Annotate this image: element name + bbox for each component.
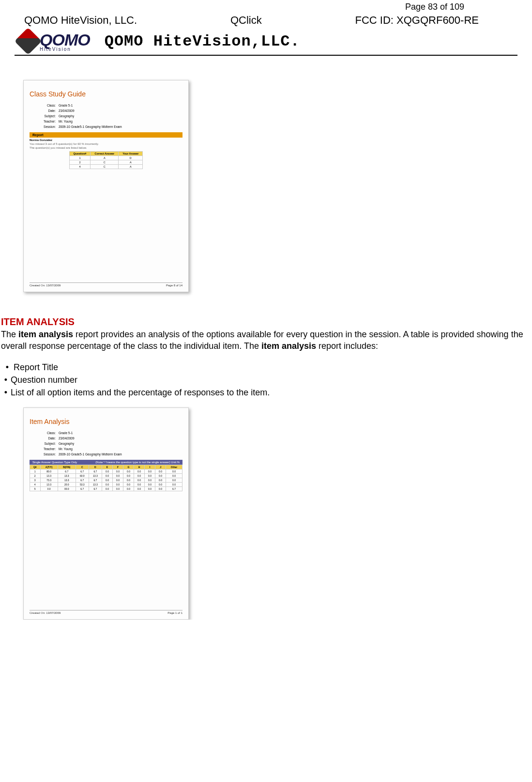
f-val: Mr. Young — [59, 120, 73, 123]
table-cell: 0.0 — [134, 487, 145, 491]
f-val: Grade 5-1 — [59, 431, 73, 435]
table-header: H — [134, 465, 145, 469]
table-cell: C — [91, 165, 119, 169]
f-lbl: Session: — [35, 124, 56, 129]
shot1-footer-left: Created On: 13/07/2009 — [30, 284, 61, 287]
class-study-guide-screenshot: Class Study Guide Class:Grade 5-1 Date:2… — [23, 80, 189, 292]
shot2-footer-left: Created On: 13/07/2009 — [30, 611, 61, 614]
table-cell: 0.0 — [145, 478, 155, 483]
bullet-item: Question number — [11, 374, 77, 386]
table-header: C — [76, 465, 89, 469]
table-cell: 73.3 — [40, 478, 58, 483]
table-cell: 0.0 — [40, 487, 58, 491]
txt-bold: item analysis — [261, 341, 316, 351]
shot2-table: Q#A(T/Y)B(F/N)CDEFGHIJOther 180.06.76.76… — [30, 465, 182, 491]
table-row: 50.000.06.76.70.00.00.00.00.00.06.7 — [30, 487, 182, 491]
table-row: 1AD — [69, 156, 143, 160]
bar-right: (Note:"-"means the question type is not … — [95, 461, 180, 464]
table-cell: 0.0 — [123, 483, 134, 487]
table-header: Q# — [30, 465, 41, 469]
table-cell: D — [119, 156, 143, 160]
table-cell: 0.0 — [166, 474, 182, 478]
table-cell: 0.0 — [123, 474, 134, 478]
table-row: 4CA — [69, 165, 143, 169]
f-lbl: Subject: — [35, 441, 56, 446]
bullet-item: Report Title — [14, 361, 58, 374]
table-cell: 0.0 — [123, 469, 134, 474]
f-val: Geography — [59, 114, 74, 118]
f-lbl: Teacher: — [35, 446, 56, 452]
table-cell: 6.7 — [76, 478, 89, 483]
table-header: J — [155, 465, 166, 469]
analysis-bar: Single Answer Question Type Only (Note:"… — [30, 460, 182, 465]
page-number: Page 83 of 109 — [0, 0, 532, 12]
item-analysis-paragraph: The item analysis report provides an ana… — [1, 328, 530, 352]
table-cell: 53.3 — [76, 483, 89, 487]
table-row: 180.06.76.76.70.00.00.00.00.00.00.0 — [30, 469, 182, 474]
table-cell: 13.3 — [89, 483, 102, 487]
f-val: 23/04/2009 — [59, 109, 75, 112]
table-cell: A — [91, 156, 119, 160]
table-cell: 6.7 — [76, 469, 89, 474]
shot2-footer-right: Page 1 of 1 — [167, 611, 182, 614]
shot2-title: Item Analysis — [30, 418, 188, 425]
table-cell: 0.0 — [145, 483, 155, 487]
table-cell: 20.0 — [58, 483, 76, 487]
table-cell: 0.0 — [155, 469, 166, 474]
doc-header-row: QOMO HiteVision, LLC. QClick FCC ID: XQG… — [0, 12, 532, 29]
bullet-icon: • — [1, 361, 14, 374]
f-lbl: Session: — [35, 452, 56, 457]
table-row: 373.313.36.76.70.00.00.00.00.00.00.0 — [30, 478, 182, 483]
table-cell: 6.7 — [166, 487, 182, 491]
bullet-item: List of all option items and the percent… — [11, 386, 270, 399]
table-cell: 4 — [30, 483, 41, 487]
table-cell: 0.0 — [134, 483, 145, 487]
item-analysis-screenshot: Item Analysis Class:Grade 5-1 Date:23/04… — [23, 407, 189, 620]
fcc-id: FCC ID: XQGQRF600-RE — [355, 14, 479, 27]
table-cell: 0.0 — [113, 478, 123, 483]
f-val: 2009-10 Grade5-1 Geography Midterm Exam — [59, 453, 122, 456]
f-val: Geography — [59, 442, 74, 445]
table-cell: 0.0 — [145, 487, 155, 491]
table-cell: 0.0 — [113, 474, 123, 478]
logo-icon — [15, 28, 42, 55]
miss-note2: The question(s) you missed are listed be… — [30, 146, 182, 149]
product-name: QClick — [230, 14, 262, 27]
table-header: Question# — [69, 152, 91, 156]
table-header: I — [145, 465, 155, 469]
table-cell: A — [119, 165, 143, 169]
f-lbl: Date: — [35, 108, 56, 113]
table-header: D — [89, 465, 102, 469]
table-cell: 0.0 — [166, 483, 182, 487]
f-val: 23/04/2009 — [59, 437, 75, 440]
txt: report includes: — [316, 341, 378, 351]
table-cell: 1 — [69, 156, 91, 160]
f-lbl: Class: — [35, 103, 56, 108]
table-cell: 13.3 — [58, 478, 76, 483]
logo-header: QOMO HiteVision QOMO HiteVision,LLC. — [15, 31, 517, 56]
table-cell: 6.7 — [89, 469, 102, 474]
table-cell: C — [91, 160, 119, 165]
table-cell: 0.0 — [102, 487, 112, 491]
table-cell: 0.0 — [134, 469, 145, 474]
f-lbl: Teacher: — [35, 119, 56, 124]
table-cell: 0.0 — [155, 478, 166, 483]
txt-bold: item analysis — [18, 329, 73, 339]
table-cell: 13.3 — [40, 474, 58, 478]
item-analysis-heading: ITEM ANALYSIS — [1, 316, 532, 328]
f-val: 2009-10 Grade5-1 Geography Midterm Exam — [59, 125, 122, 128]
table-cell: 0.0 — [166, 478, 182, 483]
table-cell: 6.7 — [89, 478, 102, 483]
shot1-footer-right: Page 8 of 14 — [166, 284, 182, 287]
table-cell: 0.0 — [134, 478, 145, 483]
table-row: 2CA — [69, 160, 143, 165]
table-cell: 0.0 — [123, 478, 134, 483]
shot1-table: Question#Correct AnswerYour Answer 1AD2C… — [69, 151, 143, 169]
qomo-logo: QOMO HiteVision — [18, 31, 90, 52]
table-cell: 0.0 — [113, 483, 123, 487]
table-cell: 0.0 — [102, 469, 112, 474]
table-cell: 6.7 — [89, 487, 102, 491]
bar-left: Single Answer Question Type Only — [32, 461, 77, 464]
table-cell: 0.0 — [145, 469, 155, 474]
table-cell: 0.0 — [113, 469, 123, 474]
